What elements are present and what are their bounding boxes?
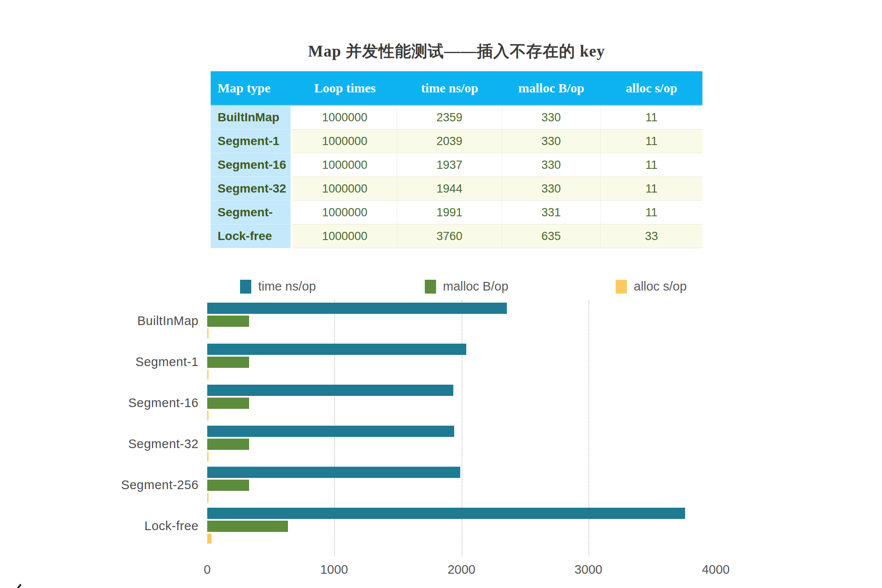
value-cell: 2359 [397,106,502,130]
bar-time [207,508,685,519]
value-cell: 11 [601,130,702,153]
axis-tick-label: 4000 [681,563,750,577]
value-cell: 331 [502,201,601,224]
category-label: Lock-free [26,517,199,534]
table-header-cell: malloc B/op [502,71,601,105]
legend-label: time ns/op [258,279,316,294]
category-label: Segment-32 [26,435,199,452]
table-row: Segment-321000000194433011 [211,177,702,201]
axis-tick-label: 0 [173,563,242,577]
bar-alloc [207,452,209,462]
table-header-row: Map typeLoop timestime ns/opmalloc B/opa… [211,71,702,106]
bar-alloc [207,411,209,420]
value-cell: 1000000 [293,153,397,177]
bar-time [207,303,507,314]
table-header-cell: Map type [211,71,293,105]
value-cell: 1000000 [293,177,397,201]
legend-item: time ns/op [240,279,352,294]
row-label-cell: Segment-256 [211,201,293,224]
value-cell: 11 [601,177,702,201]
table-header-cell: alloc s/op [601,71,702,105]
bar-malloc [207,398,249,409]
row-label-cell: Segment-32 [211,177,293,201]
legend-swatch [240,280,251,294]
bar-alloc [207,329,209,338]
bar-malloc [207,316,249,327]
bar-malloc [207,480,249,491]
bar-time [207,467,460,478]
value-cell: 1944 [397,177,502,201]
value-cell: 2039 [397,130,502,153]
legend-label: alloc s/op [634,279,687,294]
legend-swatch [616,280,627,294]
table-row: Segment-2561000000199133111 [211,201,702,224]
category-label: Segment-16 [26,394,199,411]
value-cell: 11 [601,153,702,177]
performance-table: Map typeLoop timestime ns/opmalloc B/opa… [211,71,702,248]
axis-tick-label: 1000 [300,563,369,577]
table-header-cell: time ns/op [397,71,502,105]
value-cell: 11 [601,106,702,130]
category-label: BuiltInMap [26,312,199,329]
bar-alloc [207,534,212,544]
value-cell: 1937 [397,153,502,177]
value-cell: 1000000 [293,106,397,130]
table-row: Segment-11000000203933011 [211,130,702,153]
value-cell: 11 [601,201,702,224]
bar-time [207,344,466,355]
legend-item: malloc B/op [425,279,537,294]
row-label-cell: Segment-16 [211,153,293,177]
table-body: BuiltInMap1000000235933011Segment-110000… [211,106,702,248]
bar-time [207,426,454,437]
value-cell: 33 [601,224,702,248]
bar-malloc [207,357,249,368]
table-row: BuiltInMap1000000235933011 [211,106,702,130]
bar-time [207,385,453,396]
legend-swatch [425,280,436,294]
bar-alloc [207,370,209,379]
corner-artifact-mark [16,584,22,588]
value-cell: 330 [502,153,601,177]
axis-tick-label: 3000 [554,563,623,577]
value-cell: 330 [502,106,601,130]
value-cell: 1000000 [293,201,397,224]
value-cell: 1000000 [293,224,397,248]
value-cell: 3760 [397,224,502,248]
page: Map 并发性能测试——插入不存在的 key Map typeLoop time… [0,0,882,588]
bar-malloc [207,521,288,532]
value-cell: 1991 [397,201,502,224]
row-label-cell: Lock-free [211,224,293,248]
category-label: Segment-256 [26,476,199,493]
category-label: Segment-1 [26,353,199,370]
row-label-cell: BuiltInMap [211,106,293,130]
table-header-cell: Loop times [293,71,397,105]
value-cell: 330 [502,177,601,201]
axis-tick-label: 2000 [427,563,496,577]
legend-item: alloc s/op [616,279,728,294]
legend-label: malloc B/op [443,279,509,294]
value-cell: 635 [502,224,601,248]
value-cell: 1000000 [293,130,397,153]
value-cell: 330 [502,130,601,153]
bar-alloc [207,493,209,503]
row-label-cell: Segment-1 [211,130,293,153]
page-title: Map 并发性能测试——插入不存在的 key [211,41,702,62]
table-row: Segment-161000000193733011 [211,153,702,177]
bar-malloc [207,439,249,450]
table-row: Lock-free1000000376063533 [211,224,702,248]
